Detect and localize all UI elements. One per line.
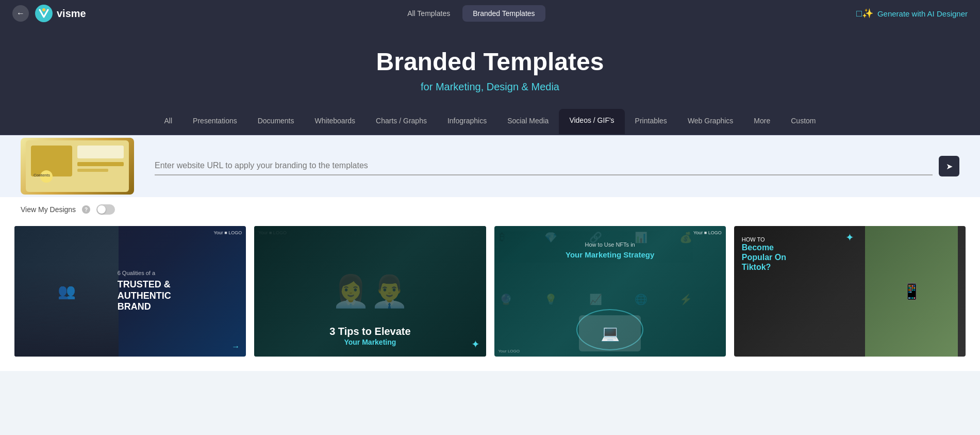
template-card-trusted-brand[interactable]: LISTICLE VIDEO Your ■ LOGO 👥 6 Qualities…: [14, 226, 246, 357]
template-card-3-tips[interactable]: Your ■ LOGO 👩‍💼👨‍💼 3 Tips to Elevate You…: [254, 226, 486, 357]
svg-text:Contents: Contents: [34, 173, 50, 178]
brand-preview-svg: Contents: [26, 140, 129, 192]
svg-rect-4: [77, 146, 124, 158]
nav-left: ← visme: [12, 5, 86, 22]
card-2-main-title: 3 Tips to Elevate: [264, 325, 475, 338]
card-2-star: ✦: [471, 338, 480, 350]
card-2-text: 3 Tips to Elevate Your Marketing: [254, 325, 486, 346]
cat-presentations[interactable]: Presentations: [182, 108, 247, 135]
card-2-subtitle: Your Marketing: [264, 338, 475, 346]
card-1-title: TRUSTED &AUTHENTICBRAND: [118, 279, 171, 313]
card-4-star: ✦: [845, 231, 854, 244]
card-3-how-label: How to Use NFTs in: [500, 241, 721, 248]
svg-point-1: [42, 8, 45, 11]
controls-row: View My Designs ?: [0, 197, 980, 222]
branding-image: Contents: [21, 138, 134, 195]
cat-videos[interactable]: Videos / GIF's: [559, 109, 624, 134]
card-3-laptop: 💻: [579, 315, 641, 351]
branded-templates-tab[interactable]: Branded Templates: [462, 5, 545, 22]
card-3-title: Your Marketing Strategy: [500, 250, 721, 260]
cat-more[interactable]: More: [743, 108, 780, 135]
card-1-photo: 👥: [14, 226, 119, 357]
category-navigation: All Presentations Documents Whiteboards …: [0, 108, 980, 135]
cat-social-media[interactable]: Social Media: [497, 108, 559, 135]
card-3-text: How to Use NFTs in Your Marketing Strate…: [500, 241, 721, 260]
card-1-logo: Your ■ LOGO: [214, 230, 242, 235]
back-icon: ←: [16, 9, 25, 18]
brand-preview: Contents: [21, 138, 134, 195]
cat-printables[interactable]: Printables: [625, 108, 677, 135]
cat-web-graphics[interactable]: Web Graphics: [677, 108, 743, 135]
svg-rect-5: [77, 162, 124, 166]
card-4-how-label: HOW TO: [742, 236, 850, 243]
cat-whiteboards[interactable]: Whiteboards: [305, 108, 366, 135]
url-input-area: ➤: [155, 156, 959, 176]
generate-ai-button[interactable]: □✨ Generate with AI Designer: [856, 8, 968, 19]
all-templates-tab[interactable]: All Templates: [397, 5, 460, 22]
help-icon[interactable]: ?: [82, 205, 90, 214]
svg-point-0: [35, 5, 53, 22]
view-my-designs-label: View My Designs: [21, 205, 76, 214]
cat-documents[interactable]: Documents: [247, 108, 305, 135]
card-4-background: HOW TO BecomePopular OnTiktok? 📱 ✦: [734, 226, 966, 357]
logo: visme: [35, 5, 86, 22]
cat-custom[interactable]: Custom: [780, 108, 826, 135]
url-go-button[interactable]: ➤: [939, 156, 959, 176]
cat-infographics[interactable]: Infographics: [437, 108, 497, 135]
url-input[interactable]: [155, 157, 933, 175]
card-4-text: HOW TO BecomePopular OnTiktok?: [742, 236, 850, 272]
cat-charts[interactable]: Charts / Graphs: [366, 108, 437, 135]
template-tabs: All Templates Branded Templates: [397, 5, 545, 22]
visme-logo-icon: [35, 5, 53, 22]
hero-subtitle: for Marketing, Design & Media: [10, 81, 970, 93]
visme-logo-text: visme: [57, 8, 86, 20]
cat-all[interactable]: All: [154, 108, 183, 135]
hero-title: Branded Templates: [10, 47, 970, 76]
ai-generate-icon: □✨: [856, 8, 873, 19]
card-1-subtext: 6 Qualities of a: [118, 270, 171, 276]
svg-rect-3: [31, 146, 72, 176]
card-3-bottom-logo: Your LOGO: [499, 349, 520, 353]
card-4-title: BecomePopular OnTiktok?: [742, 243, 850, 272]
svg-rect-6: [77, 169, 108, 172]
hero-section: Branded Templates for Marketing, Design …: [0, 27, 980, 108]
card-1-background: LISTICLE VIDEO Your ■ LOGO 👥 6 Qualities…: [14, 226, 246, 357]
template-card-nft[interactable]: Your ■ LOGO ₿💎🔗📊💰 🔮💡📈🌐⚡ How to Use NFTs …: [494, 226, 726, 357]
view-my-designs-toggle[interactable]: [96, 204, 115, 215]
card-1-arrow: →: [231, 342, 240, 351]
toggle-knob: [97, 205, 106, 214]
card-1-text: 6 Qualities of a TRUSTED &AUTHENTICBRAND: [107, 270, 181, 313]
url-branding-banner: Contents ➤: [0, 135, 980, 197]
template-grid: LISTICLE VIDEO Your ■ LOGO 👥 6 Qualities…: [0, 222, 980, 371]
card-2-background: Your ■ LOGO 👩‍💼👨‍💼 3 Tips to Elevate You…: [254, 226, 486, 357]
top-navigation: ← visme All Templates Branded Templates …: [0, 0, 980, 27]
go-icon: ➤: [946, 162, 953, 171]
back-button[interactable]: ←: [12, 5, 29, 22]
card-4-phone: 📱: [865, 226, 958, 357]
card-3-background: Your ■ LOGO ₿💎🔗📊💰 🔮💡📈🌐⚡ How to Use NFTs …: [494, 226, 726, 357]
template-card-tiktok[interactable]: HOW TO BecomePopular OnTiktok? 📱 ✦: [734, 226, 966, 357]
